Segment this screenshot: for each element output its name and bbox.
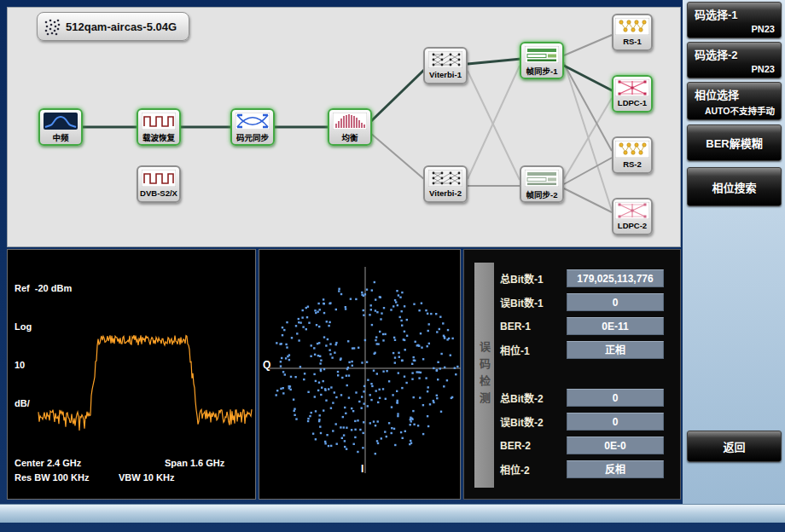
eye-diagram-icon — [236, 113, 270, 130]
constellation-panel: Q I — [259, 249, 461, 500]
spectrum-vbw: VBW 10 KHz — [119, 472, 174, 483]
spectrum-scale-unit: dB/ — [15, 397, 72, 410]
bottom-bar — [0, 504, 785, 523]
flow-node-rs-2[interactable]: RS-2 — [612, 136, 653, 174]
ber-row-label: 相位-2 — [500, 462, 567, 477]
pulse-waveform-icon — [142, 170, 176, 187]
error-detection-side-label: 误码检测 — [474, 263, 494, 488]
spectrum-scale-value: 10 — [15, 359, 72, 372]
flow-node-frame-sync-1[interactable]: 帧同步-1 — [520, 42, 564, 79]
ber-row-value: 0 — [567, 389, 664, 407]
spectrum-res-bw: Res BW 100 KHz — [15, 472, 89, 483]
flow-node-rs-1[interactable]: RS-1 — [612, 14, 653, 51]
ldpc-code-icon — [615, 79, 649, 96]
ber-row-label: 总Bit数-1 — [500, 271, 567, 286]
sidebar-button-code-select-2[interactable]: 码选择-2 PN23 — [687, 42, 782, 78]
spectrum-log-label: Log — [15, 321, 72, 333]
ber-row-label: 误Bit数-2 — [500, 414, 567, 429]
ber-row-ber-2: BER-2 0E-0 — [500, 437, 681, 454]
right-sidebar: 码选择-1 PN23 码选择-2 PN23 相位选择 AUTO不支持手动 BER… — [683, 0, 785, 504]
signal-title-chip[interactable]: 512qam-aircas-5.04G — [37, 12, 189, 41]
flow-node-viterbi-1[interactable]: Viterbi-1 — [423, 47, 468, 84]
flow-node-carrier-recovery[interactable]: 载波恢复 — [137, 108, 181, 146]
ber-row-phase-1: 相位-1 正相 — [500, 341, 681, 359]
constellation-grid-icon — [43, 17, 61, 36]
pulse-waveform-icon — [142, 113, 176, 130]
ber-row-label: 相位-1 — [500, 343, 567, 357]
spectrum-span: Span 1.6 GHz — [165, 458, 224, 468]
flow-node-equalizer[interactable]: 均衡 — [328, 108, 372, 146]
sidebar-button-phase-search[interactable]: 相位搜索 — [687, 167, 782, 206]
flow-node-viterbi-2[interactable]: Viterbi-2 — [423, 165, 468, 203]
ber-row-value: 0E-0 — [567, 437, 664, 454]
ber-row-value: 0 — [567, 293, 664, 311]
app-window: 512qam-aircas-5.04G 中频 载波恢复 码元同步 均衡 DVB-… — [0, 0, 785, 532]
sidebar-button-ber-deambiguity[interactable]: BER解模糊 — [687, 124, 782, 161]
spectrum-center-freq: Center 2.4 GHz — [15, 458, 81, 468]
signal-title: 512qam-aircas-5.04G — [66, 20, 177, 33]
ber-row-value: 0E-11 — [567, 317, 664, 335]
ber-row-value: 179,025,113,776 — [567, 269, 664, 287]
ber-row-error-bits-2: 误Bit数-2 0 — [500, 413, 681, 431]
if-spectrum-icon — [44, 113, 78, 130]
ber-row-ber-1: BER-1 0E-11 — [500, 317, 681, 335]
spectrum-analyzer-panel: Ref -20 dBm Log 10 dB/ Center 2.4 GHz Sp… — [7, 249, 256, 500]
ber-row-label: BER-2 — [500, 440, 567, 452]
ber-row-value: 0 — [567, 413, 664, 431]
ber-row-total-bits-2: 总Bit数-2 0 — [500, 389, 681, 407]
ber-row-total-bits-1: 总Bit数-1 179,025,113,776 — [500, 269, 681, 287]
error-detection-panel: 误码检测 总Bit数-1 179,025,113,776 误Bit数-1 0 B… — [463, 249, 681, 500]
equalizer-spectrum-icon — [333, 113, 367, 130]
sidebar-button-return[interactable]: 返回 — [687, 431, 782, 462]
flow-node-ldpc-1[interactable]: LDPC-1 — [612, 75, 653, 113]
trellis-icon — [428, 51, 462, 68]
ber-row-label: 总Bit数-2 — [500, 390, 567, 405]
rs-code-icon — [615, 18, 649, 35]
ber-row-value: 反相 — [567, 460, 664, 478]
frame-sync-icon — [525, 170, 559, 187]
rs-code-icon — [615, 141, 649, 158]
trellis-icon — [428, 170, 462, 187]
spectrum-ref-level: Ref -20 dBm — [15, 282, 72, 295]
ldpc-code-icon — [615, 202, 649, 219]
ber-row-value: 正相 — [567, 341, 664, 359]
frame-sync-icon — [525, 46, 559, 63]
ber-row-label: BER-1 — [500, 321, 567, 332]
ber-row-label: 误Bit数-1 — [500, 295, 567, 309]
ber-row-error-bits-1: 误Bit数-1 0 — [500, 293, 681, 311]
sidebar-button-code-select-1[interactable]: 码选择-1 PN23 — [687, 2, 782, 38]
flow-node-symbol-sync[interactable]: 码元同步 — [230, 108, 275, 146]
flow-node-frame-sync-2[interactable]: 帧同步-2 — [520, 165, 564, 203]
i-axis-label: I — [361, 463, 363, 475]
flow-node-ldpc-2[interactable]: LDPC-2 — [612, 198, 653, 235]
flow-node-dvb-s2x[interactable]: DVB-S2/X — [137, 165, 181, 203]
flow-node-if[interactable]: 中频 — [38, 108, 83, 146]
sidebar-button-phase-select[interactable]: 相位选择 AUTO不支持手动 — [687, 82, 782, 120]
signal-flow-panel: 512qam-aircas-5.04G 中频 载波恢复 码元同步 均衡 DVB-… — [7, 7, 681, 247]
q-axis-label: Q — [263, 359, 270, 371]
ber-row-phase-2: 相位-2 反相 — [500, 460, 681, 478]
